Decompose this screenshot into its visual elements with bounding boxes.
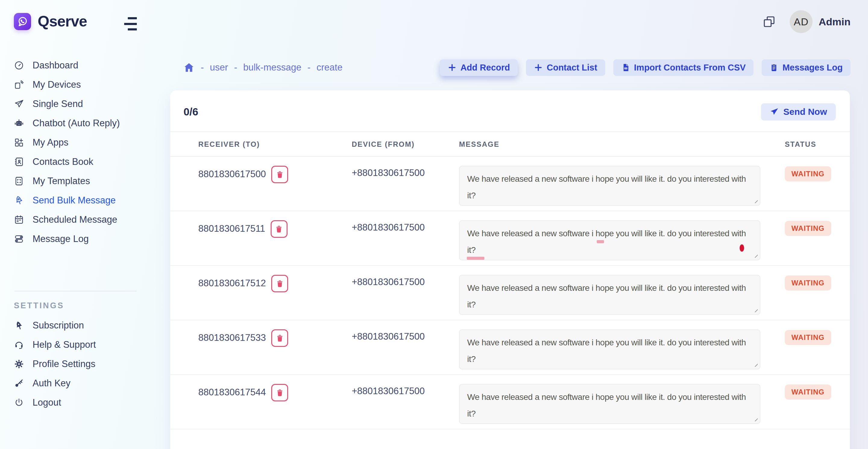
device-number: +8801830617500 [352, 384, 459, 429]
brand-name: Qserve [38, 13, 87, 30]
sidebar-item-chatbot-auto-reply[interactable]: Chatbot (Auto Reply) [0, 114, 161, 133]
breadcrumb-item-bulk-message[interactable]: bulk-message [243, 62, 301, 73]
sidebar-item-single-send[interactable]: Single Send [0, 94, 161, 114]
toggles-icon [14, 234, 24, 244]
add-record-button[interactable]: Add Record [440, 59, 518, 76]
sidebar-item-subscription[interactable]: Subscription [0, 316, 161, 335]
sidebar-item-label: My Apps [33, 137, 68, 148]
receiver-number: 8801830617500 [198, 168, 266, 180]
robot-icon [14, 118, 24, 128]
topbar-right: AD Admin [762, 10, 850, 33]
csv-file-icon: CSV [621, 63, 630, 72]
sidebar-item-logout[interactable]: Logout [0, 393, 161, 412]
status-badge: WAITING [785, 330, 831, 345]
breadcrumb-separator: - [201, 62, 204, 73]
message-text: We have released a new software i hope y… [467, 338, 746, 364]
rocket-icon [14, 195, 24, 205]
sidebar-item-label: Scheduled Message [33, 214, 117, 225]
table-row: 8801830617511 +8801830617500 We have rel… [170, 211, 850, 266]
device-number: +8801830617500 [352, 329, 459, 374]
breadcrumb: -user-bulk-message-create [183, 62, 342, 73]
paper-plane-icon [770, 107, 779, 116]
gear-icon [14, 359, 24, 369]
breadcrumb-item-create[interactable]: create [316, 62, 342, 73]
breadcrumb-separator: - [307, 62, 310, 73]
sidebar-item-my-apps[interactable]: My Apps [0, 133, 161, 152]
message-text: We have released a new software i hope y… [467, 229, 746, 255]
key-icon [14, 378, 24, 388]
status-badge: WAITING [785, 166, 831, 182]
device-number: +8801830617500 [352, 166, 459, 211]
sidebar-item-label: Message Log [33, 233, 89, 245]
sidebar-item-message-log[interactable]: Message Log [0, 229, 161, 249]
home-icon[interactable] [183, 62, 195, 73]
sidebar-item-auth-key[interactable]: Auth Key [0, 374, 161, 393]
sidebar-nav: Dashboard My Devices Single Send Chatbot… [0, 30, 161, 249]
svg-text:CSV: CSV [624, 67, 627, 69]
action-button-label: Contact List [547, 63, 597, 73]
trash-icon [276, 170, 284, 179]
column-header-status: STATUS [785, 140, 841, 149]
sidebar-item-label: Dashboard [33, 60, 79, 71]
breadcrumb-separator: - [234, 62, 237, 73]
apps-grid-icon [14, 137, 24, 148]
action-button-label: Add Record [461, 63, 510, 73]
message-textarea[interactable]: We have released a new software i hope y… [459, 275, 761, 315]
sidebar-item-my-devices[interactable]: My Devices [0, 75, 161, 94]
messages-log-button[interactable]: Messages Log [762, 59, 850, 76]
user-menu[interactable]: AD Admin [789, 10, 850, 33]
power-icon [14, 397, 24, 408]
sidebar-item-label: My Templates [33, 176, 90, 187]
address-book-icon [14, 157, 24, 167]
delete-row-button[interactable] [271, 220, 287, 238]
dashboard-icon [14, 60, 24, 70]
status-badge: WAITING [785, 276, 831, 290]
breadcrumb-row: -user-bulk-message-create Add Record Con… [183, 59, 850, 76]
contact-list-button[interactable]: Contact List [526, 59, 605, 76]
delete-row-button[interactable] [271, 166, 288, 183]
send-now-button[interactable]: Send Now [761, 103, 836, 121]
breadcrumb-item-user[interactable]: user [210, 62, 228, 73]
sidebar-item-dashboard[interactable]: Dashboard [0, 56, 161, 75]
delete-row-button[interactable] [271, 384, 288, 402]
headset-icon [14, 340, 24, 350]
message-textarea[interactable]: We have released a new software i hope y… [459, 384, 761, 424]
message-textarea[interactable]: We have released a new software i hope y… [459, 166, 761, 206]
user-name: Admin [818, 16, 850, 28]
plus-icon [534, 63, 543, 72]
sidebar-settings-nav: Subscription Help & Support Profile Sett… [0, 310, 161, 412]
sidebar-item-help-support[interactable]: Help & Support [0, 335, 161, 354]
delete-row-button[interactable] [271, 275, 288, 292]
message-text: We have released a new software i hope y… [467, 283, 746, 309]
sidebar-divider [14, 291, 136, 291]
trash-icon [276, 389, 284, 397]
sidebar-item-label: Chatbot (Auto Reply) [33, 118, 120, 129]
sidebar-item-label: Auth Key [33, 378, 70, 389]
sidebar-item-scheduled-message[interactable]: Scheduled Message [0, 210, 161, 229]
sidebar: Qserve Dashboard My Devices Single Send … [0, 0, 161, 449]
paper-plane-icon [14, 99, 24, 109]
table-row: 8801830617533 +8801830617500 We have rel… [170, 320, 850, 375]
message-textarea[interactable]: We have released a new software i hope y… [459, 220, 761, 260]
sidebar-item-contacts-book[interactable]: Contacts Book [0, 152, 161, 171]
progress-counter: 0/6 [184, 106, 198, 118]
delete-row-button[interactable] [271, 329, 288, 347]
table-row: 8801830617500 +8801830617500 We have rel… [170, 157, 850, 211]
column-header-receiver: RECEIVER (TO) [198, 140, 352, 149]
status-badge: WAITING [785, 385, 831, 399]
settings-section-label: SETTINGS [14, 301, 161, 310]
sidebar-item-my-templates[interactable]: My Templates [0, 171, 161, 191]
spellcheck-underline [597, 240, 604, 243]
sidebar-item-label: Send Bulk Message [33, 195, 116, 206]
message-text: We have released a new software i hope y… [467, 174, 746, 200]
sidebar-item-profile-settings[interactable]: Profile Settings [0, 354, 161, 374]
status-badge: WAITING [785, 221, 831, 236]
sidebar-item-send-bulk-message[interactable]: Send Bulk Message [0, 191, 161, 210]
table-row: 8801830617512 +8801830617500 We have rel… [170, 266, 850, 320]
message-textarea[interactable]: We have released a new software i hope y… [459, 329, 761, 370]
sidebar-toggle-button[interactable] [124, 17, 137, 30]
import-contacts-from-csv-button[interactable]: CSV Import Contacts From CSV [613, 59, 754, 76]
trash-icon [276, 334, 284, 342]
copy-icon[interactable] [762, 14, 776, 29]
sidebar-item-label: Help & Support [33, 339, 96, 350]
